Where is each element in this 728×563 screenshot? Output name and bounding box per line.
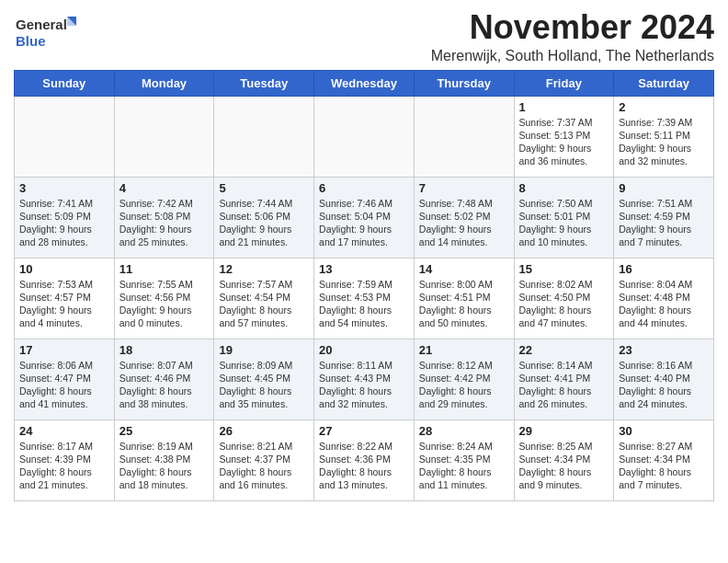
calendar-cell: 21Sunrise: 8:12 AM Sunset: 4:42 PM Dayli…: [414, 339, 514, 419]
calendar-cell: 6Sunrise: 7:46 AM Sunset: 5:04 PM Daylig…: [314, 177, 415, 258]
calendar-cell: 24Sunrise: 8:17 AM Sunset: 4:39 PM Dayli…: [15, 419, 115, 500]
day-info: Sunrise: 8:27 AM Sunset: 4:34 PM Dayligh…: [619, 440, 709, 492]
day-number: 18: [119, 343, 210, 357]
col-header-saturday: Saturday: [614, 70, 714, 96]
col-header-tuesday: Tuesday: [214, 70, 314, 96]
col-header-monday: Monday: [114, 70, 214, 96]
month-title: November 2024: [431, 9, 714, 46]
calendar-cell: 18Sunrise: 8:07 AM Sunset: 4:46 PM Dayli…: [114, 339, 214, 419]
calendar-cell: 27Sunrise: 8:22 AM Sunset: 4:36 PM Dayli…: [314, 419, 415, 500]
day-number: 25: [119, 424, 210, 438]
day-info: Sunrise: 8:09 AM Sunset: 4:45 PM Dayligh…: [219, 359, 309, 411]
calendar-cell: 1Sunrise: 7:37 AM Sunset: 5:13 PM Daylig…: [514, 96, 614, 177]
day-number: 6: [319, 181, 409, 195]
day-info: Sunrise: 8:12 AM Sunset: 4:42 PM Dayligh…: [419, 359, 509, 411]
calendar-cell: 7Sunrise: 7:48 AM Sunset: 5:02 PM Daylig…: [414, 177, 514, 258]
day-info: Sunrise: 8:25 AM Sunset: 4:34 PM Dayligh…: [519, 440, 609, 492]
day-info: Sunrise: 7:50 AM Sunset: 5:01 PM Dayligh…: [519, 197, 609, 249]
calendar-cell: [15, 96, 115, 177]
day-info: Sunrise: 8:19 AM Sunset: 4:38 PM Dayligh…: [119, 440, 210, 492]
day-info: Sunrise: 7:51 AM Sunset: 4:59 PM Dayligh…: [619, 197, 709, 249]
day-number: 1: [519, 100, 609, 114]
calendar-cell: 3Sunrise: 7:41 AM Sunset: 5:09 PM Daylig…: [15, 177, 115, 258]
day-info: Sunrise: 7:44 AM Sunset: 5:06 PM Dayligh…: [219, 197, 309, 249]
calendar-cell: 15Sunrise: 8:02 AM Sunset: 4:50 PM Dayli…: [514, 258, 614, 339]
calendar-cell: 20Sunrise: 8:11 AM Sunset: 4:43 PM Dayli…: [314, 339, 415, 419]
day-number: 13: [319, 262, 409, 276]
calendar-cell: 30Sunrise: 8:27 AM Sunset: 4:34 PM Dayli…: [614, 419, 714, 500]
day-info: Sunrise: 8:16 AM Sunset: 4:40 PM Dayligh…: [619, 359, 709, 411]
day-number: 17: [19, 343, 109, 357]
calendar-cell: 26Sunrise: 8:21 AM Sunset: 4:37 PM Dayli…: [214, 419, 314, 500]
day-number: 20: [319, 343, 409, 357]
day-info: Sunrise: 7:39 AM Sunset: 5:11 PM Dayligh…: [619, 116, 709, 168]
day-number: 3: [19, 181, 109, 195]
calendar-cell: 25Sunrise: 8:19 AM Sunset: 4:38 PM Dayli…: [114, 419, 214, 500]
col-header-thursday: Thursday: [414, 70, 514, 96]
calendar-cell: [114, 96, 214, 177]
day-number: 23: [619, 343, 709, 357]
day-number: 26: [219, 424, 309, 438]
day-info: Sunrise: 7:42 AM Sunset: 5:08 PM Dayligh…: [119, 197, 210, 249]
day-number: 28: [419, 424, 509, 438]
day-number: 19: [219, 343, 309, 357]
calendar-cell: [414, 96, 514, 177]
day-info: Sunrise: 8:22 AM Sunset: 4:36 PM Dayligh…: [319, 440, 409, 492]
calendar-cell: 14Sunrise: 8:00 AM Sunset: 4:51 PM Dayli…: [414, 258, 514, 339]
calendar-week-4: 17Sunrise: 8:06 AM Sunset: 4:47 PM Dayli…: [15, 339, 714, 419]
day-info: Sunrise: 7:37 AM Sunset: 5:13 PM Dayligh…: [519, 116, 609, 168]
calendar-cell: 29Sunrise: 8:25 AM Sunset: 4:34 PM Dayli…: [514, 419, 614, 500]
header-row: SundayMondayTuesdayWednesdayThursdayFrid…: [15, 70, 714, 96]
svg-text:Blue: Blue: [16, 33, 46, 49]
day-info: Sunrise: 7:41 AM Sunset: 5:09 PM Dayligh…: [19, 197, 109, 249]
calendar-table: SundayMondayTuesdayWednesdayThursdayFrid…: [14, 70, 714, 501]
location-subtitle: Merenwijk, South Holland, The Netherland…: [431, 48, 714, 64]
day-info: Sunrise: 8:04 AM Sunset: 4:48 PM Dayligh…: [619, 278, 709, 330]
calendar-cell: 9Sunrise: 7:51 AM Sunset: 4:59 PM Daylig…: [614, 177, 714, 258]
day-number: 15: [519, 262, 609, 276]
calendar-cell: 12Sunrise: 7:57 AM Sunset: 4:54 PM Dayli…: [214, 258, 314, 339]
day-info: Sunrise: 7:59 AM Sunset: 4:53 PM Dayligh…: [319, 278, 409, 330]
calendar-week-3: 10Sunrise: 7:53 AM Sunset: 4:57 PM Dayli…: [15, 258, 714, 339]
day-number: 7: [419, 181, 509, 195]
svg-text:General: General: [16, 17, 67, 32]
day-number: 5: [219, 181, 309, 195]
day-info: Sunrise: 8:11 AM Sunset: 4:43 PM Dayligh…: [319, 359, 409, 411]
day-info: Sunrise: 7:57 AM Sunset: 4:54 PM Dayligh…: [219, 278, 309, 330]
day-info: Sunrise: 7:48 AM Sunset: 5:02 PM Dayligh…: [419, 197, 509, 249]
calendar-cell: [214, 96, 314, 177]
day-number: 9: [619, 181, 709, 195]
calendar-cell: 10Sunrise: 7:53 AM Sunset: 4:57 PM Dayli…: [15, 258, 115, 339]
calendar-week-1: 1Sunrise: 7:37 AM Sunset: 5:13 PM Daylig…: [15, 96, 714, 177]
col-header-friday: Friday: [514, 70, 614, 96]
day-info: Sunrise: 8:06 AM Sunset: 4:47 PM Dayligh…: [19, 359, 109, 411]
calendar-cell: 2Sunrise: 7:39 AM Sunset: 5:11 PM Daylig…: [614, 96, 714, 177]
day-info: Sunrise: 8:21 AM Sunset: 4:37 PM Dayligh…: [219, 440, 309, 492]
day-info: Sunrise: 7:55 AM Sunset: 4:56 PM Dayligh…: [119, 278, 210, 330]
day-number: 24: [19, 424, 109, 438]
day-info: Sunrise: 8:00 AM Sunset: 4:51 PM Dayligh…: [419, 278, 509, 330]
calendar-cell: 8Sunrise: 7:50 AM Sunset: 5:01 PM Daylig…: [514, 177, 614, 258]
calendar-cell: 4Sunrise: 7:42 AM Sunset: 5:08 PM Daylig…: [114, 177, 214, 258]
day-number: 22: [519, 343, 609, 357]
day-info: Sunrise: 8:02 AM Sunset: 4:50 PM Dayligh…: [519, 278, 609, 330]
day-number: 27: [319, 424, 409, 438]
calendar-cell: 17Sunrise: 8:06 AM Sunset: 4:47 PM Dayli…: [15, 339, 115, 419]
day-number: 16: [619, 262, 709, 276]
day-info: Sunrise: 7:53 AM Sunset: 4:57 PM Dayligh…: [19, 278, 109, 330]
calendar-cell: 22Sunrise: 8:14 AM Sunset: 4:41 PM Dayli…: [514, 339, 614, 419]
day-number: 8: [519, 181, 609, 195]
day-info: Sunrise: 7:46 AM Sunset: 5:04 PM Dayligh…: [319, 197, 409, 249]
logo-svg: General Blue: [14, 13, 78, 52]
title-area: November 2024 Merenwijk, South Holland, …: [431, 9, 714, 64]
day-info: Sunrise: 8:14 AM Sunset: 4:41 PM Dayligh…: [519, 359, 609, 411]
calendar-cell: 23Sunrise: 8:16 AM Sunset: 4:40 PM Dayli…: [614, 339, 714, 419]
day-info: Sunrise: 8:17 AM Sunset: 4:39 PM Dayligh…: [19, 440, 109, 492]
day-number: 21: [419, 343, 509, 357]
calendar-cell: [314, 96, 415, 177]
day-number: 14: [419, 262, 509, 276]
logo: General Blue: [14, 13, 78, 52]
day-number: 2: [619, 100, 709, 114]
calendar-cell: 16Sunrise: 8:04 AM Sunset: 4:48 PM Dayli…: [614, 258, 714, 339]
page-header: General Blue November 2024 Merenwijk, So…: [14, 9, 714, 64]
